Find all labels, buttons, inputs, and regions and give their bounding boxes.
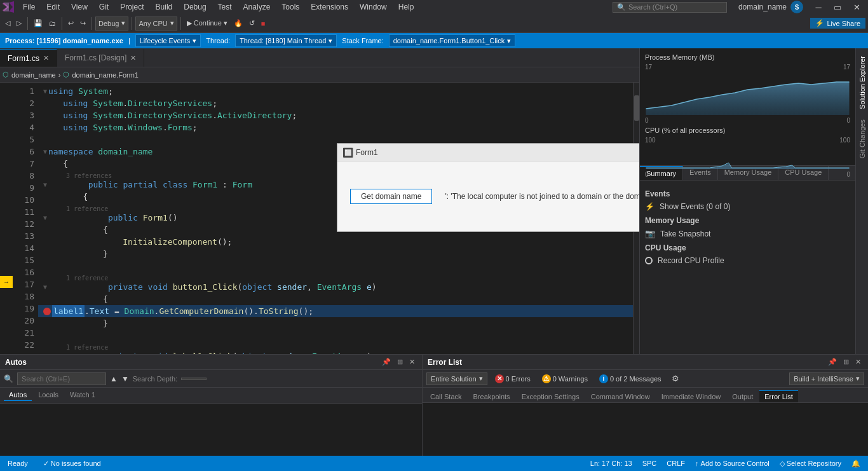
- close-button[interactable]: ✕: [848, 0, 865, 14]
- errors-badge[interactable]: ✕ 0 Errors: [491, 374, 534, 384]
- thread-dropdown[interactable]: Thread: [8180] Main Thread ▾: [235, 34, 337, 47]
- get-domain-name-button[interactable]: Get domain name: [350, 189, 432, 204]
- fwd-btn[interactable]: ▷: [14, 16, 24, 31]
- scope-value: Entire Solution: [431, 375, 477, 383]
- collapse-1[interactable]: ▼: [43, 85, 47, 97]
- lifecycle-dropdown[interactable]: Lifecycle Events ▾: [135, 34, 201, 47]
- stackframe-dropdown[interactable]: domain_name.Form1.Button1_Click ▾: [389, 34, 515, 47]
- status-select-repo[interactable]: ◇ Select Repository: [777, 460, 844, 468]
- autos-search-input[interactable]: [17, 372, 106, 385]
- vtab-git-changes[interactable]: Git Changes: [857, 114, 867, 163]
- collapse-8[interactable]: ▼: [43, 179, 47, 191]
- menu-help[interactable]: Help: [393, 1, 419, 13]
- user-avatar[interactable]: S: [790, 1, 803, 13]
- menu-search[interactable]: 🔍 Search (Ctrl+Q): [613, 2, 727, 13]
- take-snapshot-item[interactable]: 📷 Take Snapshot: [645, 228, 850, 240]
- gutter-13: [0, 228, 13, 240]
- collapse-6[interactable]: ▼: [43, 146, 47, 158]
- bstab-immediate-window[interactable]: Immediate Window: [656, 391, 726, 402]
- record-cpu-item[interactable]: Record CPU Profile: [645, 255, 850, 266]
- warnings-badge[interactable]: ⚠ 0 Warnings: [538, 374, 592, 384]
- ptab-locals[interactable]: Locals: [33, 390, 64, 401]
- error-close-btn[interactable]: ✕: [853, 358, 863, 366]
- search-icon: 🔍: [617, 3, 626, 11]
- scope-dropdown[interactable]: Entire Solution▾: [426, 372, 487, 385]
- ptab-autos[interactable]: Autos: [4, 390, 32, 401]
- vtab-solution-explorer[interactable]: Solution Explorer: [857, 51, 867, 114]
- collapse-15[interactable]: ▼: [43, 281, 47, 293]
- debug-config-dropdown[interactable]: Debug ▾: [95, 17, 128, 31]
- status-eol: CRLF: [664, 460, 688, 467]
- stop-btn[interactable]: ■: [259, 16, 268, 31]
- ptab-watch1[interactable]: Watch 1: [65, 390, 100, 401]
- bstab-breakpoints[interactable]: Breakpoints: [468, 391, 515, 402]
- search-down-btn[interactable]: ▼: [121, 374, 129, 383]
- error-filter-btn[interactable]: ⚙: [672, 374, 679, 383]
- menu-project[interactable]: Project: [115, 1, 149, 13]
- menu-test[interactable]: Test: [213, 1, 237, 13]
- menu-git[interactable]: Git: [94, 1, 114, 13]
- search-depth-input[interactable]: [181, 378, 207, 380]
- redo-btn[interactable]: ↪: [78, 16, 88, 31]
- minimize-button[interactable]: ─: [810, 0, 827, 14]
- select-repo-label: Select Repository: [787, 460, 841, 467]
- menu-debug[interactable]: Debug: [179, 1, 211, 13]
- scope-dropdown-container[interactable]: Entire Solution▾: [426, 372, 487, 385]
- code-editor[interactable]: → 12345 678910 1112131415 1617181920 212…: [0, 83, 639, 354]
- tab-label-form1: Form1.cs: [8, 54, 39, 63]
- tab-form1-cs[interactable]: Form1.cs ✕: [0, 49, 57, 67]
- menu-extensions[interactable]: Extensions: [306, 1, 353, 13]
- save-btn[interactable]: 💾: [31, 16, 45, 31]
- menu-edit[interactable]: Edit: [41, 1, 65, 13]
- collapse-10[interactable]: ▼: [43, 212, 47, 224]
- collapse-20[interactable]: ▼: [43, 350, 47, 354]
- status-notifications[interactable]: 🔔: [849, 460, 863, 468]
- breadcrumb-project[interactable]: domain_name: [11, 71, 56, 79]
- bstab-command-window[interactable]: Command Window: [586, 391, 655, 402]
- breakpoint-17[interactable]: [43, 308, 51, 315]
- menu-window[interactable]: Window: [355, 1, 392, 13]
- gutter-10: [0, 191, 13, 203]
- status-no-issues: ✓ No issues found: [41, 460, 104, 468]
- error-float-btn[interactable]: ⊞: [841, 358, 851, 366]
- menu-view[interactable]: View: [66, 1, 93, 13]
- status-ready[interactable]: Ready: [5, 460, 31, 467]
- show-events-item[interactable]: ⚡ Show Events (0 of 0): [645, 201, 850, 212]
- menu-analyze[interactable]: Analyze: [238, 1, 276, 13]
- tab-close-form1[interactable]: ✕: [43, 54, 49, 62]
- messages-badge[interactable]: i 0 of 2 Messages: [595, 374, 665, 384]
- hot-reload-btn[interactable]: 🔥: [231, 16, 245, 31]
- bstab-output[interactable]: Output: [727, 391, 758, 402]
- process-sep2: Thread:: [206, 37, 230, 44]
- menu-build[interactable]: Build: [151, 1, 178, 13]
- back-btn[interactable]: ◁: [3, 16, 13, 31]
- cpu-dropdown[interactable]: Any CPU ▾: [135, 17, 177, 31]
- autos-pin-btn[interactable]: 📌: [380, 358, 393, 366]
- autos-close-btn[interactable]: ✕: [407, 358, 417, 366]
- error-pin-btn[interactable]: 📌: [826, 358, 839, 366]
- form1-window: 🔲 Form1 ─ ▭ ✕ Get domain name ': 'The lo…: [337, 143, 639, 232]
- bstab-call-stack[interactable]: Call Stack: [425, 391, 467, 402]
- tab-close-design[interactable]: ✕: [130, 54, 136, 62]
- bstab-exception-settings[interactable]: Exception Settings: [517, 391, 585, 402]
- search-up-btn[interactable]: ▲: [110, 374, 118, 383]
- save-all-btn[interactable]: 🗂: [46, 16, 58, 31]
- status-add-to-source[interactable]: ↑ Add to Source Control: [693, 460, 772, 467]
- scrollbar-thumb[interactable]: [634, 95, 639, 121]
- form1-titlebar: 🔲 Form1 ─ ▭ ✕: [337, 144, 639, 161]
- bstab-error-list[interactable]: Error List: [759, 390, 798, 402]
- autos-float-btn[interactable]: ⊞: [395, 358, 405, 366]
- build-filter-dropdown[interactable]: Build + IntelliSense ▾: [789, 372, 864, 385]
- restart-btn[interactable]: ↺: [247, 16, 257, 31]
- breadcrumb-class[interactable]: domain_name.Form1: [72, 71, 139, 79]
- continue-btn[interactable]: ▶ Continue ▾: [184, 16, 230, 31]
- undo-btn[interactable]: ↩: [65, 16, 76, 31]
- restore-button[interactable]: ▭: [829, 0, 846, 14]
- menu-tools[interactable]: Tools: [276, 1, 304, 13]
- breadcrumb-icon: ⬡: [3, 71, 9, 79]
- live-share-button[interactable]: ⚡ Live Share: [810, 18, 865, 29]
- source-control-label: Add to Source Control: [701, 460, 770, 467]
- tab-form1-design[interactable]: Form1.cs [Design] ✕: [57, 49, 144, 67]
- menu-file[interactable]: File: [18, 1, 40, 13]
- warnings-count: 0 Warnings: [553, 375, 588, 383]
